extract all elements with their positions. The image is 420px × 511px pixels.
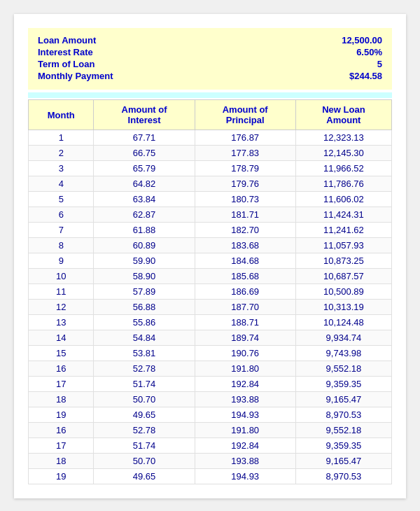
cell-17-2: 193.88 — [195, 392, 295, 407]
cell-9-0: 10 — [29, 269, 94, 284]
cell-4-0: 5 — [29, 192, 94, 207]
col-header-interest: Amount ofInterest — [94, 100, 195, 130]
table-row: 1751.74192.849,359.35 — [29, 438, 392, 454]
table-row: 860.89183.6811,057.93 — [29, 238, 392, 253]
loan-amount-row: Loan Amount 12,500.00 — [38, 35, 382, 46]
cell-5-0: 6 — [29, 207, 94, 223]
cell-10-1: 57.89 — [94, 284, 195, 300]
cell-16-1: 51.74 — [94, 377, 195, 392]
cell-3-2: 179.76 — [195, 176, 295, 192]
table-row: 1850.70193.889,165.47 — [29, 454, 392, 469]
cell-6-0: 7 — [29, 223, 94, 238]
table-row: 1355.86188.7110,124.48 — [29, 315, 392, 330]
cell-0-3: 12,323.13 — [295, 130, 391, 146]
term-row: Term of Loan 5 — [38, 59, 382, 69]
cell-2-0: 3 — [29, 161, 94, 176]
monthly-payment-value: $244.58 — [210, 71, 382, 81]
cell-6-1: 61.88 — [94, 223, 195, 238]
cell-4-1: 63.84 — [94, 192, 195, 207]
cell-5-2: 181.71 — [195, 207, 295, 223]
table-row: 761.88182.7011,241.62 — [29, 223, 392, 238]
table-row: 1454.84189.749,934.74 — [29, 330, 392, 346]
table-row: 167.71176.8712,323.13 — [29, 130, 392, 146]
monthly-payment-label: Monthly Payment — [38, 71, 210, 81]
cell-21-3: 9,165.47 — [295, 454, 391, 469]
cell-13-1: 54.84 — [94, 330, 195, 346]
cell-14-0: 15 — [29, 346, 94, 361]
cell-20-1: 51.74 — [94, 438, 195, 454]
cell-20-2: 192.84 — [195, 438, 295, 454]
table-row: 1751.74192.849,359.35 — [29, 377, 392, 392]
cell-11-2: 187.70 — [195, 300, 295, 315]
cell-20-0: 17 — [29, 438, 94, 454]
cell-11-3: 10,313.19 — [295, 300, 391, 315]
cell-18-0: 19 — [29, 407, 94, 423]
cell-17-0: 18 — [29, 392, 94, 407]
cell-12-2: 188.71 — [195, 315, 295, 330]
cell-3-3: 11,786.76 — [295, 176, 391, 192]
cell-17-3: 9,165.47 — [295, 392, 391, 407]
table-row: 563.84180.7311,606.02 — [29, 192, 392, 207]
cell-1-2: 177.83 — [195, 146, 295, 161]
cell-22-0: 19 — [29, 469, 94, 484]
col-header-principal: Amount ofPrincipal — [195, 100, 295, 130]
cell-9-1: 58.90 — [94, 269, 195, 284]
cell-2-1: 65.79 — [94, 161, 195, 176]
cell-11-1: 56.88 — [94, 300, 195, 315]
cell-2-2: 178.79 — [195, 161, 295, 176]
cell-15-0: 16 — [29, 361, 94, 377]
cell-7-3: 11,057.93 — [295, 238, 391, 253]
cell-9-3: 10,687.57 — [295, 269, 391, 284]
table-row: 662.87181.7111,424.31 — [29, 207, 392, 223]
term-value: 5 — [210, 59, 382, 69]
cell-8-1: 59.90 — [94, 253, 195, 269]
loan-amount-label: Loan Amount — [38, 35, 210, 46]
cell-8-0: 9 — [29, 253, 94, 269]
cell-12-0: 13 — [29, 315, 94, 330]
cell-7-2: 183.68 — [195, 238, 295, 253]
table-row: 365.79178.7911,966.52 — [29, 161, 392, 176]
cell-6-2: 182.70 — [195, 223, 295, 238]
table-row: 1652.78191.809,552.18 — [29, 423, 392, 438]
cell-16-2: 192.84 — [195, 377, 295, 392]
cell-18-3: 8,970.53 — [295, 407, 391, 423]
cell-21-2: 193.88 — [195, 454, 295, 469]
summary-section: Loan Amount 12,500.00 Interest Rate 6.50… — [28, 28, 392, 90]
table-row: 266.75177.8312,145.30 — [29, 146, 392, 161]
cell-0-1: 67.71 — [94, 130, 195, 146]
cell-14-3: 9,743.98 — [295, 346, 391, 361]
cell-18-2: 194.93 — [195, 407, 295, 423]
cell-1-0: 2 — [29, 146, 94, 161]
cell-7-1: 60.89 — [94, 238, 195, 253]
cell-17-1: 50.70 — [94, 392, 195, 407]
table-row: 1058.90185.6810,687.57 — [29, 269, 392, 284]
cell-13-2: 189.74 — [195, 330, 295, 346]
cell-5-1: 62.87 — [94, 207, 195, 223]
cell-4-3: 11,606.02 — [295, 192, 391, 207]
cyan-divider — [28, 92, 392, 98]
cell-16-0: 17 — [29, 377, 94, 392]
cell-15-2: 191.80 — [195, 361, 295, 377]
page: Loan Amount 12,500.00 Interest Rate 6.50… — [14, 14, 406, 498]
table-row: 464.82179.7611,786.76 — [29, 176, 392, 192]
table-header-row: Month Amount ofInterest Amount ofPrincip… — [29, 100, 392, 130]
cell-8-3: 10,873.25 — [295, 253, 391, 269]
cell-15-3: 9,552.18 — [295, 361, 391, 377]
cell-3-1: 64.82 — [94, 176, 195, 192]
table-row: 959.90184.6810,873.25 — [29, 253, 392, 269]
cell-22-3: 8,970.53 — [295, 469, 391, 484]
cell-18-1: 49.65 — [94, 407, 195, 423]
cell-8-2: 184.68 — [195, 253, 295, 269]
cell-1-3: 12,145.30 — [295, 146, 391, 161]
table-row: 1949.65194.938,970.53 — [29, 469, 392, 484]
cell-12-3: 10,124.48 — [295, 315, 391, 330]
cell-14-2: 190.76 — [195, 346, 295, 361]
interest-rate-label: Interest Rate — [38, 47, 210, 57]
table-row: 1553.81190.769,743.98 — [29, 346, 392, 361]
table-row: 1157.89186.6910,500.89 — [29, 284, 392, 300]
cell-19-1: 52.78 — [94, 423, 195, 438]
interest-rate-row: Interest Rate 6.50% — [38, 47, 382, 57]
cell-10-3: 10,500.89 — [295, 284, 391, 300]
cell-2-3: 11,966.52 — [295, 161, 391, 176]
cell-7-0: 8 — [29, 238, 94, 253]
